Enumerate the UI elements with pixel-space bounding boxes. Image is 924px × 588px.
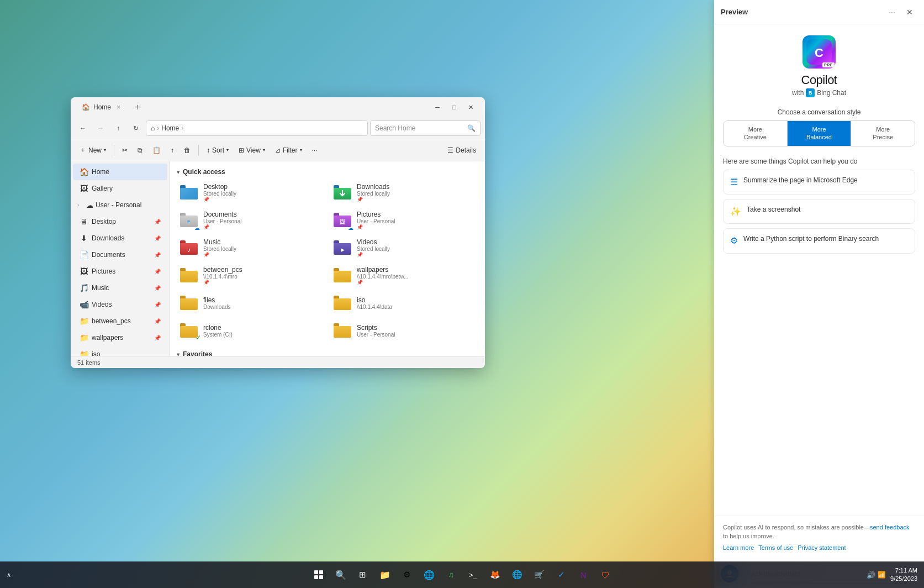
share-button[interactable]: ↑ bbox=[166, 143, 178, 158]
view-icon: ⊞ bbox=[239, 146, 244, 154]
settings-taskbar-button[interactable]: ⚙ bbox=[397, 565, 417, 585]
file-item-videos[interactable]: ▶ Videos Stored locally 📌 bbox=[328, 234, 481, 261]
send-feedback-link[interactable]: send feedback bbox=[870, 524, 910, 531]
todo-taskbar-button[interactable]: ✓ bbox=[552, 565, 572, 585]
refresh-button[interactable]: ↻ bbox=[128, 120, 144, 136]
minimize-button[interactable]: ─ bbox=[430, 99, 445, 115]
suggestions-area: Here are some things Copilot can help yo… bbox=[714, 153, 924, 516]
up-button[interactable]: ↑ bbox=[110, 120, 126, 136]
address-separator-1: › bbox=[157, 124, 159, 132]
terminal-taskbar-button[interactable]: >_ bbox=[463, 565, 483, 585]
explorer-tab-home[interactable]: 🏠 Home ✕ bbox=[77, 101, 125, 113]
sidebar-item-documents[interactable]: 📄 Documents 📌 bbox=[73, 246, 167, 263]
file-item-music[interactable]: ♪ Music Stored locally 📌 bbox=[175, 234, 327, 261]
tab-close-icon[interactable]: ✕ bbox=[117, 104, 121, 110]
file-explorer-taskbar-button[interactable]: 📁 bbox=[375, 565, 395, 585]
sidebar-item-gallery[interactable]: 🖼 Gallery bbox=[73, 180, 167, 197]
music-name: Music bbox=[203, 238, 323, 246]
cut-button[interactable]: ✂ bbox=[118, 143, 132, 158]
file-item-files[interactable]: files Downloads bbox=[175, 290, 327, 316]
file-item-iso[interactable]: iso \\10.1.4.4\data bbox=[328, 290, 481, 316]
file-item-desktop[interactable]: Desktop Stored locally 📌 bbox=[175, 179, 327, 206]
copilot-logo: C PRE bbox=[802, 35, 836, 69]
file-item-wallpapers[interactable]: wallpapers \\10.1.4.4\mro\betw... 📌 bbox=[328, 262, 481, 288]
chevron-up-icon[interactable]: ∧ bbox=[7, 571, 11, 579]
network-icon[interactable]: 🔊 bbox=[867, 571, 875, 579]
sidebar-item-between-pcs[interactable]: 📁 between_pcs 📌 bbox=[73, 313, 167, 329]
filter-button[interactable]: ⊿ Filter ▾ bbox=[271, 143, 307, 158]
spotify-taskbar-button[interactable]: ♫ bbox=[441, 565, 461, 585]
copilot-more-button[interactable]: ··· bbox=[884, 4, 900, 20]
start-button[interactable] bbox=[309, 565, 329, 585]
sidebar-item-desktop[interactable]: 🖥 Desktop 📌 bbox=[73, 213, 167, 230]
sidebar-item-user-personal[interactable]: › ☁ User - Personal bbox=[73, 197, 167, 213]
creative-style-button[interactable]: MoreCreative bbox=[724, 121, 787, 146]
sidebar-desktop-label: Desktop bbox=[92, 218, 116, 225]
summarize-icon: ☰ bbox=[730, 176, 738, 188]
documents-info: Documents User - Personal 📌 bbox=[203, 211, 323, 230]
scripts-info: Scripts User - Personal bbox=[357, 324, 476, 338]
edge-taskbar-button[interactable]: 🌐 bbox=[419, 565, 439, 585]
copilot-logo-area: C PRE Copilot with B Bing Chat bbox=[714, 24, 924, 104]
maximize-button[interactable]: □ bbox=[446, 99, 462, 115]
forward-button[interactable]: → bbox=[93, 120, 108, 136]
sidebar-item-music[interactable]: 🎵 Music 📌 bbox=[73, 280, 167, 296]
sidebar-item-wallpapers[interactable]: 📁 wallpapers 📌 bbox=[73, 329, 167, 346]
sidebar-music-label: Music bbox=[92, 284, 109, 292]
file-item-pictures[interactable]: 🖼 ☁ Pictures User - Personal 📌 bbox=[328, 207, 481, 233]
sidebar-item-downloads[interactable]: ⬇ Downloads 📌 bbox=[73, 230, 167, 246]
close-button[interactable]: ✕ bbox=[463, 99, 478, 115]
clock-display[interactable]: 7:11 AM 9/25/2023 bbox=[890, 566, 917, 584]
sidebar-item-iso[interactable]: 📁 iso bbox=[73, 346, 167, 356]
taskbar-right: 🔊 📶 7:11 AM 9/25/2023 bbox=[867, 566, 917, 584]
file-item-rclone[interactable]: ✓ rclone System (C:) bbox=[175, 317, 327, 344]
volume-icon[interactable]: 📶 bbox=[878, 571, 886, 579]
documents-sidebar-icon: 📄 bbox=[80, 250, 88, 259]
back-button[interactable]: ← bbox=[75, 120, 91, 136]
delete-button[interactable]: 🗑 bbox=[179, 143, 195, 158]
downloads-pin: 📌 bbox=[357, 197, 476, 202]
new-button[interactable]: ＋ New ▾ bbox=[75, 143, 110, 158]
file-item-documents[interactable]: ≡ ☁ Documents User - Personal 📌 bbox=[175, 207, 327, 233]
terms-of-use-link[interactable]: Terms of use bbox=[758, 543, 793, 553]
sidebar-item-home[interactable]: 🏠 Home bbox=[73, 164, 167, 180]
search-taskbar-button[interactable]: 🔍 bbox=[331, 565, 351, 585]
brave-taskbar-icon: 🛡 bbox=[601, 570, 610, 580]
favorites-header[interactable]: ▾ Favorites bbox=[175, 348, 481, 356]
learn-more-link[interactable]: Learn more bbox=[723, 543, 754, 553]
address-bar[interactable]: ⌂ › Home › bbox=[146, 120, 368, 136]
firefox-taskbar-button[interactable]: 🦊 bbox=[485, 565, 505, 585]
iso-info: iso \\10.1.4.4\data bbox=[357, 296, 476, 310]
sidebar-item-videos[interactable]: 📹 Videos 📌 bbox=[73, 296, 167, 313]
copy-button[interactable]: ⧉ bbox=[133, 143, 147, 158]
store-taskbar-button[interactable]: 🛒 bbox=[530, 565, 550, 585]
copilot-close-button[interactable]: ✕ bbox=[902, 4, 917, 20]
taskview-button[interactable]: ⊞ bbox=[353, 565, 373, 585]
suggestion-screenshot[interactable]: ✨ Take a screenshot bbox=[723, 199, 915, 224]
privacy-statement-link[interactable]: Privacy statement bbox=[798, 543, 846, 553]
suggestion-summarize[interactable]: ☰ Summarize the page in Microsoft Edge bbox=[723, 170, 915, 195]
details-button[interactable]: ☰ Details bbox=[443, 143, 481, 158]
view-chevron: ▾ bbox=[263, 148, 265, 153]
sidebar-item-pictures[interactable]: 🖼 Pictures 📌 bbox=[73, 263, 167, 280]
pin-icon-desktop: 📌 bbox=[154, 219, 161, 225]
between-pcs-sub: \\10.1.4.4\mro bbox=[203, 274, 323, 280]
file-item-between-pcs[interactable]: between_pcs \\10.1.4.4\mro 📌 bbox=[175, 262, 327, 288]
file-item-scripts[interactable]: Scripts User - Personal bbox=[328, 317, 481, 344]
sort-button[interactable]: ↕ Sort ▾ bbox=[202, 143, 233, 158]
files-grid: Desktop Stored locally 📌 bbox=[175, 179, 481, 344]
new-tab-button[interactable]: + bbox=[130, 99, 145, 115]
onenote-taskbar-button[interactable]: N bbox=[574, 565, 594, 585]
search-box[interactable]: Search Home 🔍 bbox=[370, 120, 481, 136]
iso-folder-icon bbox=[332, 293, 352, 313]
brave-taskbar-button[interactable]: 🛡 bbox=[596, 565, 616, 585]
file-item-downloads[interactable]: Downloads Stored locally 📌 bbox=[328, 179, 481, 206]
chrome-taskbar-button[interactable]: 🌐 bbox=[508, 565, 527, 585]
suggestion-python[interactable]: ⚙ Write a Python script to perform Binar… bbox=[723, 228, 915, 253]
precise-style-button[interactable]: MorePrecise bbox=[851, 121, 915, 146]
paste-button[interactable]: 📋 bbox=[148, 143, 165, 158]
more-button[interactable]: ··· bbox=[308, 143, 322, 158]
quick-access-header[interactable]: ▾ Quick access bbox=[175, 166, 481, 178]
view-button[interactable]: ⊞ View ▾ bbox=[234, 143, 270, 158]
balanced-style-button[interactable]: MoreBalanced bbox=[787, 121, 851, 146]
